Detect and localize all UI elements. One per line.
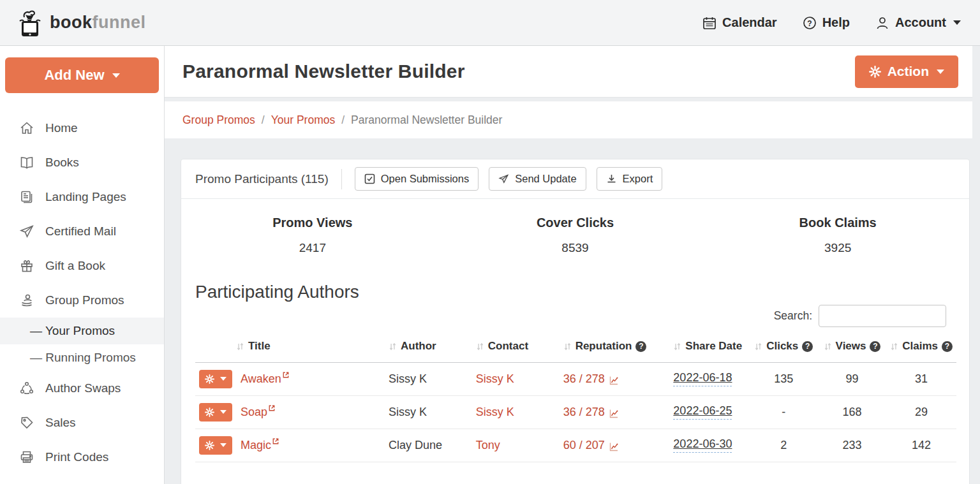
sidebar-item-label: — Running Promos: [30, 351, 136, 364]
share-date-link[interactable]: 2022-06-30: [673, 437, 732, 453]
column-label: Share Date: [685, 340, 742, 353]
gift-icon: [19, 258, 34, 274]
account-icon: [875, 16, 889, 30]
breadcrumb-your-promos[interactable]: Your Promos: [271, 114, 336, 127]
views-cell: 168: [818, 395, 886, 429]
send-update-button[interactable]: Send Update: [489, 167, 586, 191]
stats-row: Promo Views 2417 Cover Clicks 8539 Book …: [181, 199, 969, 260]
share-date-link[interactable]: 2022-06-18: [673, 371, 732, 386]
sidebar-item-label: Print Codes: [45, 450, 108, 464]
column-header-author[interactable]: Author: [385, 336, 472, 362]
sidebar-item-certified-mail[interactable]: Certified Mail: [0, 214, 164, 249]
claims-cell: 142: [886, 429, 956, 462]
sidebar-item-books[interactable]: Books: [0, 145, 164, 180]
open-submissions-button[interactable]: Open Submissions: [355, 167, 479, 191]
reputation-link[interactable]: 60 / 207: [563, 439, 619, 452]
clicks-cell: -: [750, 395, 818, 429]
top-nav: Calendar ? Help Account: [702, 15, 961, 30]
calendar-nav[interactable]: Calendar: [702, 15, 777, 30]
sidebar-item-running-promos[interactable]: — Running Promos: [0, 344, 164, 371]
export-label: Export: [623, 173, 653, 185]
views-cell: 233: [818, 429, 886, 462]
chevron-down-icon: [220, 443, 226, 447]
calendar-icon: [702, 16, 716, 30]
bookfunnel-logo[interactable]: bookfunnel: [17, 8, 146, 38]
stat-promo-views: Promo Views 2417: [181, 216, 444, 255]
column-header-title[interactable]: Title: [195, 336, 385, 362]
stat-value: 8539: [444, 241, 707, 255]
tag-icon: [19, 415, 34, 430]
column-header-views[interactable]: Views ?: [818, 336, 886, 362]
sidebar-item-group-promos[interactable]: Group Promos: [0, 283, 164, 318]
sidebar-item-label: Sales: [45, 416, 76, 430]
clicks-cell: 135: [750, 362, 818, 395]
contact-link[interactable]: Sissy K: [476, 406, 514, 418]
help-nav[interactable]: ? Help: [803, 15, 850, 30]
row-actions-button[interactable]: [199, 436, 232, 455]
sidebar-item-sales[interactable]: Sales: [0, 406, 164, 440]
share-date-link[interactable]: 2022-06-25: [673, 404, 732, 420]
column-header-clicks[interactable]: Clicks ?: [750, 336, 818, 362]
sidebar-item-label: Author Swaps: [45, 381, 121, 395]
reputation-link[interactable]: 36 / 278: [563, 406, 619, 419]
column-label: Contact: [488, 340, 528, 353]
help-icon[interactable]: ?: [635, 341, 646, 352]
book-title-link[interactable]: Magic: [241, 439, 278, 452]
page-header: Paranormal Newsletter Builder Action: [165, 46, 972, 98]
column-header-claims[interactable]: Claims ?: [886, 336, 956, 362]
sidebar-item-author-swaps[interactable]: Author Swaps: [0, 371, 164, 406]
row-actions-button[interactable]: [199, 370, 232, 388]
external-link-icon: [272, 438, 279, 444]
external-link-icon: [283, 372, 289, 378]
row-actions-button[interactable]: [199, 403, 232, 422]
column-header-share-date[interactable]: Share Date: [669, 336, 749, 362]
account-nav[interactable]: Account: [875, 15, 961, 30]
stat-label: Book Claims: [706, 216, 969, 230]
stat-label: Promo Views: [181, 216, 444, 230]
download-icon: [606, 173, 617, 184]
sidebar-item-label: Certified Mail: [45, 224, 116, 238]
sidebar-item-home[interactable]: Home: [0, 111, 164, 145]
chevron-down-icon: [937, 70, 944, 74]
panel-header: Promo Participants (115) Open Submission…: [181, 159, 969, 199]
book-title-link[interactable]: Soap: [241, 406, 274, 419]
paper-plane-icon: [19, 224, 34, 239]
paper-plane-icon: [498, 173, 509, 184]
collapse-panel-button[interactable]: [947, 175, 955, 183]
sidebar-item-label: Gift a Book: [45, 259, 105, 273]
sidebar-item-gift-a-book[interactable]: Gift a Book: [0, 249, 164, 283]
sidebar-item-label: — Your Promos: [30, 324, 115, 337]
panel-title: Promo Participants (115): [195, 172, 329, 186]
help-icon[interactable]: ?: [942, 341, 953, 352]
action-button[interactable]: Action: [855, 55, 958, 88]
add-new-button[interactable]: Add New: [5, 57, 159, 93]
open-submissions-label: Open Submissions: [381, 173, 470, 185]
breadcrumb-group-promos[interactable]: Group Promos: [182, 114, 255, 127]
stat-cover-clicks: Cover Clicks 8539: [444, 216, 707, 255]
contact-link[interactable]: Sissy K: [476, 372, 514, 385]
help-icon[interactable]: ?: [870, 341, 880, 352]
reputation-link[interactable]: 36 / 278: [563, 372, 619, 386]
gear-icon: [869, 66, 881, 78]
book-title-link[interactable]: Awaken: [241, 372, 288, 386]
sidebar-item-print-codes[interactable]: Print Codes: [0, 440, 164, 474]
export-button[interactable]: Export: [597, 167, 663, 191]
send-update-label: Send Update: [515, 173, 576, 185]
sidebar-item-your-promos[interactable]: — Your Promos: [0, 318, 164, 344]
search-input[interactable]: [819, 305, 946, 327]
author-cell: Sissy K: [385, 395, 472, 429]
stat-book-claims: Book Claims 3925: [706, 216, 969, 255]
gear-icon: [205, 441, 214, 450]
breadcrumb: Group Promos / Your Promos / Paranormal …: [165, 101, 972, 138]
column-header-contact[interactable]: Contact: [472, 336, 560, 362]
sidebar-item-label: Landing Pages: [45, 190, 126, 204]
chevron-down-icon: [953, 20, 961, 25]
divider: [341, 169, 342, 189]
sidebar-item-label: Home: [45, 121, 78, 135]
sidebar-item-landing-pages[interactable]: Landing Pages: [0, 180, 164, 214]
table-row: Magic Clay Dune Tony 60 / 207 2022-06-30…: [195, 429, 956, 462]
help-icon[interactable]: ?: [802, 341, 813, 352]
contact-link[interactable]: Tony: [476, 439, 500, 451]
column-header-reputation[interactable]: Reputation ?: [560, 336, 670, 362]
external-link-icon: [269, 405, 275, 411]
